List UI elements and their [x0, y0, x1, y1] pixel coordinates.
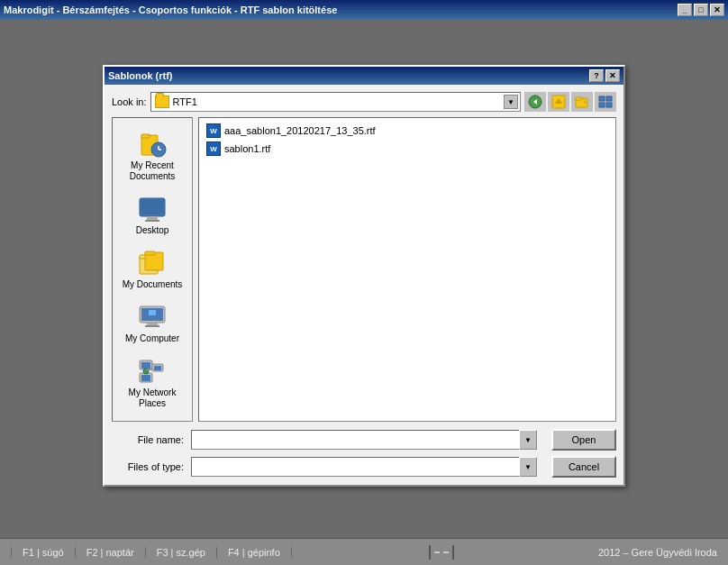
status-f4: F4 | gépinfo: [217, 547, 292, 558]
open-button[interactable]: Open: [551, 429, 616, 451]
dialog-content-area: Look in: RTF1 ▼: [105, 85, 623, 485]
dialog-close-button[interactable]: ✕: [605, 69, 620, 82]
file-name-1: sablon1.rtf: [224, 143, 270, 154]
recent-docs-icon: [138, 130, 167, 159]
svg-rect-19: [145, 220, 159, 222]
file-item-0[interactable]: W aaa_sablon1_20120217_13_35.rtf: [203, 122, 612, 140]
lookin-dropdown-arrow[interactable]: ▼: [504, 95, 518, 109]
svg-text:+: +: [583, 98, 587, 106]
svg-rect-9: [599, 103, 605, 107]
filetype-row: Files of type: ▼ Cancel: [112, 456, 616, 478]
folder-icon: [155, 96, 169, 108]
app-title: Makrodigit - Bérszámfejtés - Csoportos f…: [4, 5, 337, 15]
file-name-0: aaa_sablon1_20120217_13_35.rtf: [224, 125, 376, 136]
sidebar-desktop-label: Desktop: [136, 225, 169, 236]
svg-rect-12: [141, 134, 150, 138]
network-icon: [138, 357, 167, 386]
filetype-input[interactable]: [191, 457, 537, 477]
file-list[interactable]: W aaa_sablon1_20120217_13_35.rtf W sablo…: [198, 117, 616, 422]
status-bar: F1 | súgó F2 | naptár F3 | sz.gép F4 | g…: [0, 538, 728, 565]
filetype-dropdown-arrow[interactable]: ▼: [519, 457, 537, 477]
file-icon-1: W: [206, 141, 221, 156]
svg-rect-8: [606, 96, 612, 101]
svg-rect-7: [599, 96, 605, 101]
views-button[interactable]: [595, 92, 616, 112]
status-f3: F3 | sz.gép: [146, 547, 217, 558]
svg-rect-17: [140, 198, 165, 214]
title-bar-controls: _ □ ✕: [678, 4, 724, 16]
places-sidebar: My Recent Documents Desktop: [112, 117, 193, 422]
file-item-1[interactable]: W sablon1.rtf: [203, 140, 612, 158]
dialog-toolbar: Look in: RTF1 ▼: [112, 92, 616, 112]
svg-rect-5: [576, 97, 582, 100]
file-area-wrapper: My Recent Documents Desktop: [112, 117, 616, 422]
maximize-button[interactable]: □: [694, 4, 708, 16]
sidebar-item-documents[interactable]: My Documents: [116, 244, 188, 295]
sidebar-documents-label: My Documents: [123, 279, 183, 290]
new-folder-button[interactable]: +: [571, 92, 593, 112]
documents-icon: [138, 249, 167, 278]
sidebar-computer-label: My Computer: [125, 333, 179, 344]
desktop-icon: [138, 195, 167, 223]
nav-back-button[interactable]: [524, 92, 546, 112]
filetype-input-wrapper: ▼: [191, 457, 537, 477]
title-bar: Makrodigit - Bérszámfejtés - Csoportos f…: [0, 0, 728, 20]
svg-rect-37: [154, 366, 161, 370]
cancel-button-area: Cancel: [551, 456, 616, 478]
svg-rect-23: [145, 251, 155, 255]
filename-input-wrapper: ▼: [191, 430, 537, 450]
cancel-button[interactable]: Cancel: [551, 456, 616, 478]
nav-up-button[interactable]: [548, 92, 569, 112]
title-bar-title: Makrodigit - Bérszámfejtés - Csoportos f…: [4, 5, 337, 15]
filename-input[interactable]: [191, 430, 537, 450]
sidebar-item-desktop[interactable]: Desktop: [116, 190, 188, 241]
lookin-label: Look in:: [112, 96, 147, 107]
minimize-button[interactable]: _: [678, 4, 692, 16]
sidebar-recent-label: My Recent Documents: [119, 160, 186, 182]
bottom-fields: File name: ▼ Open Files of type: ▼: [112, 429, 616, 478]
dialog-title-controls: ? ✕: [589, 69, 620, 82]
status-company: 2012 – Gere Ügyvédi Iroda: [598, 547, 717, 558]
svg-rect-18: [147, 216, 158, 220]
divider-line-1: [429, 545, 431, 560]
toolbar-nav-buttons: +: [524, 92, 616, 112]
close-button[interactable]: ✕: [710, 4, 724, 16]
sidebar-item-recent[interactable]: My Recent Documents: [116, 125, 188, 187]
svg-rect-32: [141, 375, 150, 381]
status-f1: F1 | súgó: [11, 547, 76, 558]
filename-row: File name: ▼ Open: [112, 429, 616, 451]
file-icon-0: W: [206, 123, 221, 138]
dialog-help-button[interactable]: ?: [589, 69, 604, 82]
status-divider: [427, 545, 456, 560]
svg-rect-10: [606, 103, 612, 107]
svg-rect-30: [141, 362, 150, 369]
file-dialog: Sablonok (rtf) ? ✕ Look in: RTF1 ▼: [103, 65, 625, 487]
filename-label: File name:: [112, 434, 184, 445]
dialog-title: Sablonok (rtf): [108, 70, 173, 81]
svg-rect-28: [149, 310, 156, 315]
dialog-title-bar: Sablonok (rtf) ? ✕: [105, 67, 623, 85]
filetype-label: Files of type:: [112, 461, 184, 472]
lookin-combo[interactable]: RTF1 ▼: [150, 92, 521, 112]
sidebar-item-computer[interactable]: My Computer: [116, 298, 188, 349]
divider-line-2: [452, 545, 454, 560]
filename-dropdown-arrow[interactable]: ▼: [519, 430, 537, 450]
status-f2: F2 | naptár: [76, 547, 146, 558]
sidebar-network-label: My Network Places: [119, 387, 186, 409]
sidebar-item-network[interactable]: My Network Places: [116, 352, 188, 414]
lookin-value: RTF1: [173, 96, 197, 107]
svg-rect-26: [147, 323, 158, 325]
action-buttons: Open: [551, 429, 616, 451]
svg-rect-27: [145, 325, 159, 327]
computer-icon: [138, 303, 167, 332]
